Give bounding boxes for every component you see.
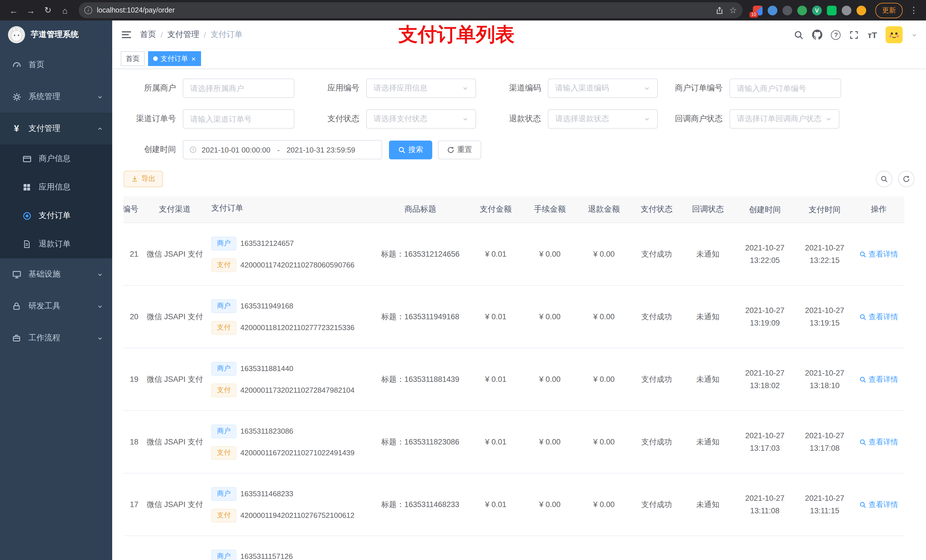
yen-icon: ¥: [11, 124, 22, 134]
chevron-down-icon: [643, 85, 651, 92]
github-icon[interactable]: [813, 30, 823, 40]
site-info-icon[interactable]: i: [84, 6, 92, 14]
tab-home[interactable]: 首页: [121, 51, 145, 66]
refresh-button[interactable]: [898, 171, 915, 187]
browser-forward-icon[interactable]: →: [23, 2, 39, 18]
channel-order-no-input[interactable]: [183, 109, 294, 128]
table-row: 19 微信 JSAPI 支付 商户1635311881440 支付4200001…: [124, 348, 904, 411]
close-icon[interactable]: ×: [191, 55, 196, 62]
chevron-down-icon: [462, 116, 469, 122]
merchant-tag: 商户: [211, 237, 236, 250]
sidebar: 芋道管理系统 首页 系统管理 ¥ 支付管理: [0, 21, 112, 560]
channel-code-label: 渠道编码: [489, 83, 548, 93]
view-detail-link[interactable]: 查看详情: [859, 374, 898, 385]
extension-icon[interactable]: [797, 5, 807, 15]
merchant-tag: 商户: [211, 362, 236, 375]
app-no-select[interactable]: 请选择应用信息: [366, 78, 476, 98]
app-no-label: 应用编号: [307, 83, 366, 93]
status-badge: 支付成功: [631, 474, 682, 536]
chevron-down-icon: [643, 116, 651, 122]
chevron-down-icon[interactable]: [911, 32, 917, 38]
pay-status-select[interactable]: 请选择支付状态: [366, 109, 476, 128]
view-detail-link[interactable]: 查看详情: [859, 249, 898, 259]
breadcrumb-home[interactable]: 首页: [140, 30, 156, 40]
col-title: 商品标题: [372, 196, 469, 222]
browser-home-icon[interactable]: ⌂: [57, 2, 73, 18]
help-icon[interactable]: ?: [831, 30, 841, 39]
table-row: 21 微信 JSAPI 支付 商户1635312124657 支付4200001…: [124, 223, 904, 286]
col-refund: 退款金额: [577, 196, 631, 222]
chevron-down-icon: [97, 94, 103, 100]
sidebar-item-infra[interactable]: 基础设施: [0, 258, 112, 290]
browser-reload-icon[interactable]: ↻: [40, 2, 56, 18]
sidebar-item-pay[interactable]: ¥ 支付管理: [0, 113, 112, 145]
search-button[interactable]: 搜索: [389, 140, 432, 159]
table-row: 17 微信 JSAPI 支付 商户1635311468233 支付4200001…: [124, 474, 904, 536]
pay-tag: 支付: [211, 509, 236, 522]
refund-status-select[interactable]: 请选择退款状态: [548, 109, 658, 128]
bookmark-star-icon[interactable]: ☆: [729, 5, 737, 15]
card-icon: [22, 154, 32, 164]
tab-pay-order[interactable]: 支付订单 ×: [148, 51, 201, 66]
user-avatar[interactable]: [885, 26, 903, 43]
channel-code-select[interactable]: 请输入渠道编码: [548, 78, 658, 98]
view-detail-link[interactable]: 查看详情: [859, 500, 898, 510]
search-icon[interactable]: [794, 30, 804, 39]
notify-status-select[interactable]: 请选择订单回调商户状态: [729, 109, 840, 128]
sidebar-item-refund-order[interactable]: 退款订单: [0, 230, 112, 258]
screen: ← → ↻ ⌂ i localhost:1024/pay/order ☆ 10 …: [0, 0, 926, 560]
share-icon[interactable]: [715, 6, 723, 15]
chevron-down-icon: [462, 85, 469, 92]
col-pay-order: 支付订单: [207, 196, 372, 222]
extension-icon[interactable]: [768, 5, 777, 15]
chevron-down-icon: [97, 335, 103, 341]
sidebar-item-app-info[interactable]: 应用信息: [0, 173, 112, 201]
browser-back-icon[interactable]: ←: [6, 2, 22, 18]
sidebar-item-merchant-info[interactable]: 商户信息: [0, 145, 112, 173]
owner-merchant-input[interactable]: [183, 78, 294, 98]
page-content: 所属商户 应用编号 请选择应用信息 渠道编码 请输入渠道编码: [112, 68, 926, 560]
col-pay-time: 支付时间: [796, 196, 853, 222]
view-detail-link[interactable]: 查看详情: [859, 312, 898, 322]
sidebar-item-dev-tools[interactable]: 研发工具: [0, 290, 112, 322]
pay-tag: 支付: [211, 383, 236, 397]
extension-icon[interactable]: [782, 5, 792, 15]
app-logo[interactable]: 芋道管理系统: [0, 21, 112, 49]
fullscreen-icon[interactable]: [849, 30, 859, 39]
extension-icon[interactable]: 10: [753, 5, 763, 15]
date-start: 2021-10-01 00:00:00: [201, 145, 270, 154]
date-range-input[interactable]: 2021-10-01 00:00:00 - 2021-10-31 23:59:5…: [183, 140, 382, 159]
export-button[interactable]: 导出: [124, 171, 163, 187]
profile-avatar[interactable]: [856, 5, 866, 15]
breadcrumb: 首页 / 支付管理 / 支付订单: [140, 30, 243, 40]
extension-icon[interactable]: [827, 5, 837, 15]
merchant-tag: 商户: [211, 487, 236, 501]
address-bar[interactable]: i localhost:1024/pay/order ☆: [79, 2, 743, 18]
hamburger-icon[interactable]: [121, 29, 132, 41]
sidebar-item-home[interactable]: 首页: [0, 49, 112, 81]
font-size-icon[interactable]: тT: [868, 30, 877, 39]
merchant-tag: 商户: [211, 299, 236, 313]
breadcrumb-parent[interactable]: 支付管理: [168, 30, 199, 40]
view-detail-link[interactable]: 查看详情: [859, 437, 898, 447]
col-notify: 回调状态: [682, 196, 734, 222]
merchant-order-no-input[interactable]: [729, 78, 841, 98]
browser-menu-icon[interactable]: ⋮: [907, 5, 920, 15]
owner-merchant-label: 所属商户: [124, 83, 183, 93]
tags-view: 首页 支付订单 ×: [112, 49, 926, 68]
col-amount: 支付金额: [469, 196, 523, 222]
col-fee: 手续金额: [523, 196, 577, 222]
sidebar-item-system[interactable]: 系统管理: [0, 81, 112, 113]
browser-update-button[interactable]: 更新: [875, 3, 903, 18]
gear-icon: [11, 92, 22, 101]
sidebar-item-workflow[interactable]: 工作流程: [0, 322, 112, 354]
extension-icon[interactable]: V: [812, 5, 822, 15]
pay-tag: 支付: [211, 321, 236, 334]
create-time-label: 创建时间: [124, 145, 183, 155]
reset-button[interactable]: 重置: [438, 140, 481, 159]
extensions-puzzle-icon[interactable]: [842, 5, 851, 15]
toggle-search-button[interactable]: [876, 171, 893, 187]
grid-icon: [22, 183, 32, 192]
sidebar-item-pay-order[interactable]: 支付订单: [0, 201, 112, 230]
extensions-area: 10 V: [753, 5, 866, 15]
